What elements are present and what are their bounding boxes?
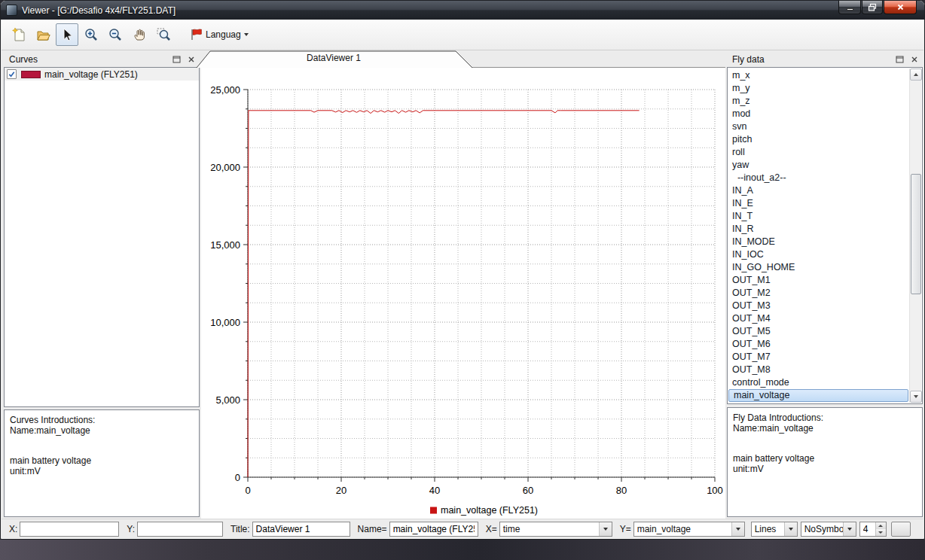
symbol-combobox[interactable]: NoSymbol: [801, 522, 856, 537]
zoom-out-button[interactable]: [104, 23, 127, 46]
curves-float-button[interactable]: [171, 54, 182, 65]
chevron-down-icon: [789, 528, 793, 531]
zoom-out-icon: [108, 27, 123, 42]
xaxis-label: X=: [486, 524, 497, 534]
fly-data-item[interactable]: OUT_M7: [728, 351, 909, 364]
xaxis-combobox[interactable]: time: [499, 522, 612, 537]
spin-down-button[interactable]: [876, 529, 886, 536]
minimize-button[interactable]: [838, 1, 861, 14]
svg-text:40: 40: [429, 485, 440, 496]
fly-intro-desc: main battery voltage: [733, 453, 917, 464]
new-file-icon: [11, 27, 26, 42]
open-folder-icon: [35, 27, 50, 42]
fly-data-item[interactable]: svn: [728, 120, 909, 133]
select-cursor-button[interactable]: [56, 23, 78, 46]
yaxis-combobox[interactable]: main_voltage: [633, 522, 745, 537]
fly-float-button[interactable]: [894, 54, 905, 65]
svg-text:60: 60: [523, 485, 533, 496]
svg-text:main_voltage (FLY251): main_voltage (FLY251): [441, 505, 538, 516]
arrow-up-icon: [914, 73, 918, 76]
chart-canvas[interactable]: 02040608010005,00010,00015,00020,00025,0…: [201, 67, 725, 519]
curve-checkbox[interactable]: [7, 69, 17, 79]
hand-icon: [132, 27, 147, 42]
fly-data-item[interactable]: control_mode: [728, 376, 909, 389]
chevron-down-icon: [736, 528, 740, 531]
scroll-up-button[interactable]: [910, 68, 922, 81]
open-file-button[interactable]: [32, 23, 54, 46]
fly-panel-titlebar: Fly data: [727, 52, 923, 66]
curve-item[interactable]: main_voltage (FLY251): [5, 68, 199, 81]
fly-data-item[interactable]: roll: [728, 146, 909, 159]
fly-list-scrollbar[interactable]: [909, 68, 921, 403]
tab-dataviewer-1[interactable]: DataViewer 1: [201, 53, 466, 63]
language-menu[interactable]: Languag: [184, 23, 255, 46]
arrow-down-icon: [914, 395, 918, 398]
close-button[interactable]: [884, 1, 917, 14]
scroll-down-button[interactable]: [910, 391, 922, 403]
fly-data-item[interactable]: IN_GO_HOME: [728, 261, 909, 274]
restore-icon: [868, 3, 877, 11]
fly-data-item[interactable]: OUT_M1: [728, 274, 909, 287]
combo-arrow-button[interactable]: [784, 522, 797, 536]
xaxis-value: time: [500, 524, 599, 534]
fly-data-item[interactable]: m_y: [728, 82, 909, 95]
curves-list[interactable]: main_voltage (FLY251): [4, 67, 200, 407]
fly-data-item[interactable]: m_x: [728, 69, 909, 82]
combo-arrow-button[interactable]: [599, 522, 612, 536]
fly-data-item[interactable]: IN_T: [728, 210, 909, 223]
curves-panel: Curves main_voltage (FLY251) Curves Intr…: [4, 52, 200, 517]
curves-panel-titlebar: Curves: [4, 52, 200, 66]
combo-arrow-button[interactable]: [731, 522, 744, 536]
fly-data-item[interactable]: OUT_M2: [728, 287, 909, 300]
close-x-icon: [911, 56, 918, 63]
zoom-in-button[interactable]: [80, 23, 102, 46]
line-width-spinner[interactable]: [859, 522, 887, 537]
zoom-in-icon: [84, 27, 99, 42]
pan-hand-button[interactable]: [128, 23, 151, 46]
fly-data-list[interactable]: m_xm_ym_zmodsvnpitchrollyaw --inout_a2--…: [728, 69, 909, 403]
fly-data-item[interactable]: --inout_a2--: [728, 172, 909, 184]
fly-data-item[interactable]: OUT_M4: [728, 312, 909, 325]
fly-data-item[interactable]: main_voltage: [728, 389, 908, 402]
float-icon: [172, 56, 181, 63]
y-input[interactable]: [137, 522, 223, 537]
zoom-window-icon: [156, 27, 171, 42]
svg-text:15,000: 15,000: [210, 239, 240, 251]
symbol-value: NoSymbol: [801, 524, 843, 534]
fly-data-item[interactable]: IN_A: [728, 184, 909, 197]
chevron-down-icon: [603, 528, 608, 531]
fly-data-item[interactable]: IN_R: [728, 223, 909, 236]
line-width-input[interactable]: [860, 522, 875, 536]
apply-button[interactable]: [891, 522, 911, 537]
line-style-combobox[interactable]: Lines: [751, 522, 798, 537]
fly-data-item[interactable]: OUT_M5: [728, 325, 909, 338]
zoom-window-button[interactable]: [152, 23, 175, 46]
fly-data-item[interactable]: yaw: [728, 159, 909, 172]
fly-data-item[interactable]: OUT_M8: [728, 364, 909, 376]
title-input[interactable]: [252, 522, 350, 537]
x-input[interactable]: [20, 522, 119, 537]
fly-data-item[interactable]: IN_IOC: [728, 248, 909, 261]
statusbar: X: Y: Title: Name= X= time Y= main_volta…: [2, 519, 923, 538]
cursor-icon: [60, 27, 75, 42]
fly-data-item[interactable]: mod: [728, 108, 909, 120]
svg-text:10,000: 10,000: [210, 317, 240, 328]
dropdown-arrow-icon: [244, 33, 249, 36]
maximize-button[interactable]: [862, 1, 883, 14]
chart-svg: 02040608010005,00010,00015,00020,00025,0…: [201, 68, 725, 519]
fly-data-item[interactable]: IN_E: [728, 197, 909, 210]
combo-arrow-button[interactable]: [843, 522, 856, 536]
window-title: Viewer - [G:/Desafio 4x4/FLY251.DAT]: [22, 5, 176, 16]
svg-text:5,000: 5,000: [215, 394, 240, 406]
fly-data-item[interactable]: OUT_M6: [728, 338, 909, 351]
titlebar: Viewer - [G:/Desafio 4x4/FLY251.DAT]: [1, 1, 924, 20]
name-input[interactable]: [389, 522, 478, 537]
new-file-button[interactable]: [8, 23, 30, 46]
fly-data-item[interactable]: IN_MODE: [728, 236, 909, 248]
fly-data-item[interactable]: pitch: [728, 133, 909, 146]
fly-data-item[interactable]: m_z: [728, 95, 909, 108]
fly-data-item[interactable]: OUT_M3: [728, 300, 909, 312]
scrollbar-thumb[interactable]: [911, 174, 921, 294]
spin-up-button[interactable]: [876, 522, 886, 529]
fly-close-button[interactable]: [908, 54, 920, 65]
